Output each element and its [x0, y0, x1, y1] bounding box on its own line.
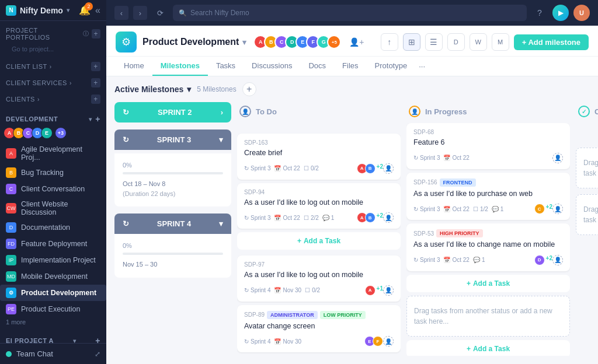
go-to-project-input[interactable]: Go to project... — [6, 43, 100, 57]
chat-expand-icon[interactable]: ⤢ — [95, 350, 100, 358]
sprint4-header[interactable]: ↻ SPRINT 4 ▾ — [114, 214, 231, 234]
sprint2-header[interactable]: ↻ SPRINT 2 › — [114, 102, 231, 123]
task-title: As a user I'd like to log out on mobile — [244, 270, 394, 281]
task-sprint-meta: ↻ Sprint 3 — [413, 155, 440, 161]
sprint3-progress-pct: 0% — [123, 162, 223, 169]
add-client-button[interactable]: + — [91, 62, 100, 71]
assign-icon[interactable]: 👤 — [383, 163, 394, 174]
add-milestone-small-button[interactable]: + — [242, 82, 256, 96]
assign-icon[interactable]: 👤 — [552, 255, 563, 265]
sidebar-item-product-dev[interactable]: ⚙ Product Development — [0, 285, 106, 301]
notifications-icon[interactable]: 🔔 2 — [79, 5, 91, 16]
add-development-button[interactable]: + — [95, 114, 100, 124]
add-clients-button[interactable]: + — [91, 94, 100, 104]
complete-column: ✓ Comp... Drag tasks from anoth task her… — [576, 102, 598, 356]
milestones-count: 5 Milestones — [197, 85, 236, 93]
sidebar-item-product-exec[interactable]: PE Product Execution — [0, 301, 106, 317]
task-checklist-meta: ☐ 0/2 — [305, 287, 320, 293]
tabs-more-button[interactable]: ··· — [415, 57, 429, 75]
brand-chevron: ▾ — [67, 7, 69, 13]
add-milestone-button[interactable]: + Add milestone — [514, 34, 589, 50]
task-card-sdp94[interactable]: SDP-94 As a user I'd like to log out on … — [237, 183, 401, 229]
assign-icon[interactable]: 👤 — [552, 153, 563, 163]
clients-label[interactable]: CLIENTS › + — [6, 92, 100, 106]
tab-tasks[interactable]: Tasks — [208, 57, 244, 76]
tab-home[interactable]: Home — [116, 57, 152, 76]
assign-icon[interactable]: 👤 — [383, 336, 394, 346]
date-d-button[interactable]: D — [447, 33, 465, 51]
task-comments-meta: 💬 1 — [492, 206, 504, 212]
sidebar-item-impl[interactable]: IP Implementation Project — [0, 252, 106, 268]
task-meta: ↻ Sprint 3 📅 Oct 22 ☐ 2/2 — [244, 212, 394, 223]
assign-icon[interactable]: 👤 — [383, 212, 394, 223]
sidebar-item-client-conv[interactable]: C Client Conversation — [0, 181, 106, 197]
search-bar[interactable]: 🔍 Search Nifty Demo — [173, 5, 527, 21]
sidebar-item-client-web[interactable]: CW Client Website Discussion — [0, 197, 106, 219]
tab-milestones[interactable]: Milestones — [152, 57, 208, 76]
sidebar-item-docs[interactable]: D Documentation — [0, 219, 106, 236]
sprint2-todo-spacer — [237, 123, 401, 134]
add-member-icon[interactable]: 👤+ — [349, 37, 364, 47]
tab-discussions[interactable]: Discussions — [244, 57, 300, 76]
grid-view-button[interactable]: ⊞ — [403, 33, 420, 51]
sidebar-item-mobile[interactable]: MD Mobile Development — [0, 268, 106, 285]
product-exec-icon: PE — [6, 304, 16, 314]
nav-forward-button[interactable]: › — [133, 6, 147, 20]
nav-back-button[interactable]: ‹ — [114, 6, 128, 20]
task-avatar-count: +2 — [377, 212, 383, 223]
client-list-label[interactable]: CLIENT LIST › + — [6, 60, 100, 74]
sidebar-item-agile[interactable]: A Agile Development Proj... — [0, 142, 106, 164]
share-button[interactable]: ↑ — [381, 33, 398, 51]
list-view-button[interactable]: ☰ — [425, 33, 443, 51]
task-avatar-count: +1 — [377, 285, 383, 296]
task-avatar: A — [365, 285, 376, 296]
add-task-sprint4-ip[interactable]: + Add a Task — [406, 340, 570, 356]
sprint4-section: ↻ SPRINT 4 ▾ 0% Nov 15 – 30 — [114, 214, 231, 278]
help-button[interactable]: ? — [531, 5, 548, 21]
assign-icon[interactable]: 👤 — [552, 204, 563, 214]
task-card-sdp68[interactable]: SDP-68 Feature 6 ↻ Sprint 3 📅 Oct 22 — [406, 123, 570, 169]
task-avatar-count: +2 — [377, 163, 383, 174]
task-id: SDP-94 — [244, 189, 394, 195]
add-portfolio-button[interactable]: + — [92, 29, 100, 38]
brand-icon: N — [6, 5, 16, 16]
tab-docs[interactable]: Docs — [300, 57, 334, 76]
play-button[interactable]: ▶ — [552, 5, 569, 21]
project-title-chevron[interactable]: ▾ — [242, 38, 246, 47]
frontend-tag: FRONTEND — [440, 178, 476, 187]
sidebar-item-bug[interactable]: B Bug Tracking — [0, 164, 106, 181]
task-card-sdp97[interactable]: SDP-97 As a user I'd like to log out on … — [237, 256, 401, 302]
task-card-sdp89[interactable]: SDP-89 ADMINISTRATOR LOW PRIORITY Avatar… — [237, 305, 401, 353]
collapse-sidebar-button[interactable]: « — [95, 5, 100, 16]
task-card-sdp53[interactable]: SDP-53 HIGH PRIORITY As a user I'd like … — [406, 223, 570, 271]
brand-logo[interactable]: N Nifty Demo ▾ — [6, 5, 69, 16]
more-items[interactable]: 1 more — [0, 317, 106, 327]
mobile-icon: MD — [6, 271, 16, 282]
user-avatar[interactable]: U — [573, 5, 590, 21]
milestones-title[interactable]: Active Milestones ▾ — [114, 85, 191, 94]
task-card-sdp156[interactable]: SDP-156 FRONTEND As a user I'd like to p… — [406, 173, 570, 220]
sprint4-chevron: ▾ — [219, 219, 223, 228]
project-portfolios-label[interactable]: PROJECT PORTFOLIOS ⓘ + — [6, 24, 100, 43]
add-ei-button[interactable]: + — [95, 336, 100, 343]
team-chat-item[interactable]: Team Chat ⤢ — [0, 344, 106, 364]
add-task-sprint3-ip[interactable]: + Add a Task — [406, 275, 570, 292]
development-group-label[interactable]: DEVELOPMENT ▾ + — [0, 110, 106, 126]
client-services-label[interactable]: CLIENT SERVICES › + — [6, 76, 100, 90]
task-card-sdp163[interactable]: SDP-163 Create brief ↻ Sprint 3 📅 Oct 22 — [237, 134, 401, 180]
sprint3-header[interactable]: ↻ SPRINT 3 ▾ — [114, 130, 231, 150]
todo-status-icon: 👤 — [239, 106, 251, 117]
add-client-services-button[interactable]: + — [91, 78, 100, 88]
history-button[interactable]: ⟳ — [152, 5, 168, 21]
add-task-sprint3-todo[interactable]: + Add a Task — [237, 232, 401, 250]
tab-files[interactable]: Files — [334, 57, 366, 76]
date-w-button[interactable]: W — [470, 33, 487, 51]
task-meta: ↻ Sprint 3 📅 Oct 22 💬 1 — [413, 255, 563, 265]
ei-project-label[interactable]: EI PROJECT A ▾ + — [0, 331, 106, 343]
tab-prototype[interactable]: Prototype — [367, 57, 416, 76]
project-title: Product Development ▾ — [142, 37, 246, 47]
assign-icon[interactable]: 👤 — [383, 285, 394, 296]
task-avatars: A B +2 👤 — [359, 163, 394, 174]
sidebar-item-feature-deploy[interactable]: FD Feature Deployment — [0, 236, 106, 252]
date-m-button[interactable]: M — [492, 33, 509, 51]
